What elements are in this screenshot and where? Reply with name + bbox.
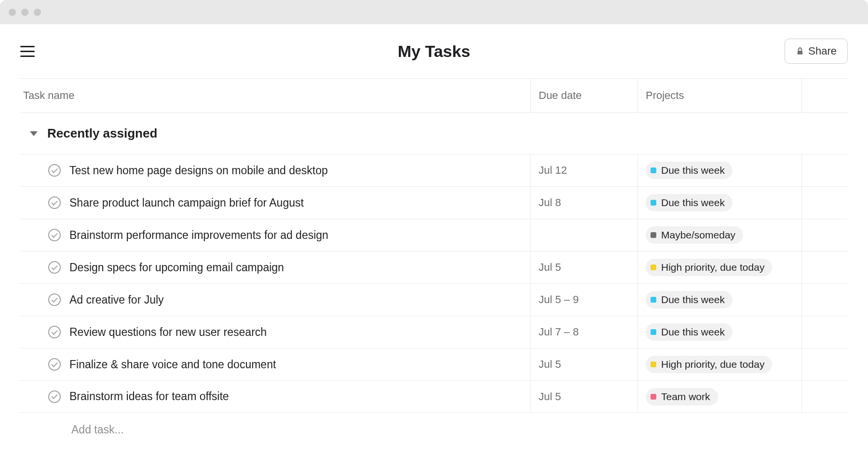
complete-task-checkbox[interactable]: [48, 261, 61, 274]
task-name: Brainstorm performance improvements for …: [69, 229, 328, 242]
task-name-cell[interactable]: Ad creative for July: [20, 284, 530, 316]
window-maximize-dot[interactable]: [34, 9, 41, 16]
project-tag[interactable]: High priority, due today: [646, 259, 772, 276]
check-icon: [51, 328, 57, 334]
task-name: Finalize & share voice and tone document: [69, 358, 276, 371]
due-date-cell[interactable]: Jul 5: [530, 381, 637, 412]
project-tag-label: Maybe/someday: [661, 229, 735, 241]
task-name: Ad creative for July: [69, 293, 164, 306]
task-name-cell[interactable]: Finalize & share voice and tone document: [20, 348, 530, 380]
table-header: Task name Due date Projects: [20, 78, 848, 113]
extra-cell[interactable]: [801, 348, 848, 380]
project-tag-label: Due this week: [661, 326, 725, 338]
share-button[interactable]: Share: [785, 39, 848, 64]
due-date-cell[interactable]: [530, 219, 637, 251]
complete-task-checkbox[interactable]: [48, 358, 61, 371]
complete-task-checkbox[interactable]: [48, 326, 61, 338]
check-icon: [51, 296, 57, 302]
project-tag[interactable]: Due this week: [646, 291, 732, 308]
project-color-dot: [651, 329, 656, 335]
lock-icon: [796, 46, 804, 56]
task-row[interactable]: Test new home page designs on mobile and…: [20, 154, 848, 186]
share-label: Share: [808, 45, 837, 57]
caret-down-icon[interactable]: [30, 131, 38, 136]
project-tag[interactable]: Maybe/someday: [646, 226, 743, 244]
task-name: Design specs for upcoming email campaign: [69, 261, 284, 274]
menu-toggle-button[interactable]: [20, 46, 35, 57]
task-row[interactable]: Ad creative for JulyJul 5 – 9Due this we…: [20, 283, 848, 316]
task-list: Test new home page designs on mobile and…: [20, 154, 848, 413]
due-date-cell[interactable]: Jul 12: [530, 154, 637, 186]
due-date-cell[interactable]: Jul 8: [530, 187, 637, 219]
column-header-due-date[interactable]: Due date: [530, 79, 637, 112]
window-close-dot[interactable]: [9, 9, 16, 16]
extra-cell[interactable]: [801, 154, 848, 186]
project-tag-label: High priority, due today: [661, 262, 764, 273]
projects-cell[interactable]: Due this week: [637, 154, 801, 186]
task-row[interactable]: Brainstorm ideas for team offsiteJul 5Te…: [20, 380, 848, 413]
check-icon: [51, 361, 57, 367]
task-name-cell[interactable]: Review questions for new user research: [20, 316, 530, 348]
project-tag[interactable]: Due this week: [646, 162, 732, 179]
task-name-cell[interactable]: Brainstorm performance improvements for …: [20, 219, 530, 251]
window-chrome: [0, 0, 868, 24]
complete-task-checkbox[interactable]: [48, 293, 61, 306]
section-header[interactable]: Recently assigned: [20, 113, 848, 154]
check-icon: [51, 392, 57, 399]
due-date-cell[interactable]: Jul 5: [530, 251, 637, 283]
task-name-cell[interactable]: Test new home page designs on mobile and…: [20, 154, 530, 186]
add-task-input[interactable]: Add task...: [20, 413, 848, 447]
project-color-dot: [651, 264, 656, 270]
due-date-cell[interactable]: Jul 5: [530, 348, 637, 380]
column-header-task-name[interactable]: Task name: [20, 89, 530, 102]
project-tag-label: Due this week: [661, 294, 725, 306]
app-header: My Tasks Share: [0, 24, 868, 78]
extra-cell[interactable]: [801, 251, 848, 283]
projects-cell[interactable]: High priority, due today: [637, 251, 801, 283]
due-date-cell[interactable]: Jul 5 – 9: [530, 284, 637, 316]
task-row[interactable]: Finalize & share voice and tone document…: [20, 348, 848, 380]
task-name-cell[interactable]: Design specs for upcoming email campaign: [20, 251, 530, 283]
complete-task-checkbox[interactable]: [48, 229, 61, 241]
project-tag-label: Due this week: [661, 165, 725, 176]
complete-task-checkbox[interactable]: [48, 196, 61, 209]
projects-cell[interactable]: Due this week: [637, 316, 801, 348]
main-content: Task name Due date Projects Recently ass…: [0, 78, 868, 447]
complete-task-checkbox[interactable]: [48, 390, 61, 403]
check-icon: [51, 231, 57, 237]
section-title: Recently assigned: [47, 126, 157, 141]
project-tag[interactable]: Due this week: [646, 194, 732, 211]
projects-cell[interactable]: Due this week: [637, 187, 801, 219]
extra-cell[interactable]: [801, 316, 848, 348]
task-name: Share product launch campaign brief for …: [69, 196, 304, 209]
project-color-dot: [651, 232, 656, 238]
extra-cell[interactable]: [801, 284, 848, 316]
projects-cell[interactable]: Maybe/someday: [637, 219, 801, 251]
window-minimize-dot[interactable]: [21, 9, 28, 16]
projects-cell[interactable]: High priority, due today: [637, 348, 801, 380]
extra-cell[interactable]: [801, 187, 848, 219]
column-header-extra[interactable]: [801, 79, 848, 112]
extra-cell[interactable]: [801, 219, 848, 251]
check-icon: [51, 167, 57, 173]
projects-cell[interactable]: Due this week: [637, 284, 801, 316]
project-color-dot: [651, 200, 656, 206]
task-name-cell[interactable]: Brainstorm ideas for team offsite: [20, 381, 530, 412]
hamburger-icon: [20, 46, 35, 47]
project-tag[interactable]: Due this week: [646, 323, 732, 341]
project-tag[interactable]: Team work: [646, 388, 718, 405]
task-row[interactable]: Review questions for new user researchJu…: [20, 316, 848, 348]
task-row[interactable]: Brainstorm performance improvements for …: [20, 219, 848, 251]
svg-rect-0: [798, 51, 803, 55]
column-header-projects[interactable]: Projects: [637, 79, 801, 112]
project-tag[interactable]: High priority, due today: [646, 356, 772, 373]
due-date-cell[interactable]: Jul 7 – 8: [530, 316, 637, 348]
task-name-cell[interactable]: Share product launch campaign brief for …: [20, 187, 530, 219]
task-row[interactable]: Design specs for upcoming email campaign…: [20, 251, 848, 283]
extra-cell[interactable]: [801, 381, 848, 412]
hamburger-icon: [20, 56, 35, 57]
task-row[interactable]: Share product launch campaign brief for …: [20, 186, 848, 219]
check-icon: [51, 199, 57, 205]
complete-task-checkbox[interactable]: [48, 164, 61, 177]
projects-cell[interactable]: Team work: [637, 381, 801, 412]
